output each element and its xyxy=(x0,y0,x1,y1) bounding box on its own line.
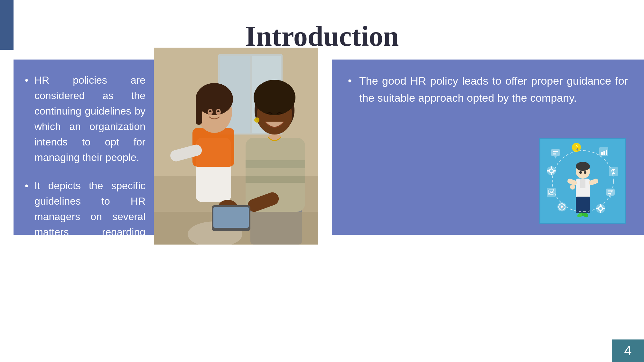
svg-rect-30 xyxy=(213,207,249,228)
svg-rect-73 xyxy=(551,149,560,156)
hrm-illustration: 💡 xyxy=(539,138,626,224)
svg-point-14 xyxy=(209,110,211,112)
svg-rect-61 xyxy=(583,212,583,216)
slide: Introduction HR policies are considered … xyxy=(0,0,644,362)
svg-rect-55 xyxy=(600,204,601,206)
svg-rect-69 xyxy=(551,166,552,169)
svg-rect-70 xyxy=(551,173,552,175)
svg-point-25 xyxy=(254,117,259,123)
svg-rect-72 xyxy=(554,170,556,172)
svg-rect-48 xyxy=(606,150,607,155)
svg-text:💡: 💡 xyxy=(574,144,581,151)
svg-rect-47 xyxy=(603,151,605,155)
svg-point-39 xyxy=(579,171,582,174)
svg-rect-20 xyxy=(246,176,305,183)
svg-point-40 xyxy=(584,171,586,174)
svg-rect-56 xyxy=(600,211,601,213)
right-bullet-1: The good HR policy leads to offer proper… xyxy=(348,72,628,106)
svg-point-33 xyxy=(576,162,590,171)
svg-rect-50 xyxy=(606,189,615,196)
slide-title: Introduction xyxy=(0,20,644,52)
svg-rect-19 xyxy=(246,160,305,168)
svg-rect-66 xyxy=(549,194,553,195)
left-content-box: HR policies are considered as the contin… xyxy=(14,60,157,235)
svg-rect-46 xyxy=(601,152,603,155)
svg-rect-75 xyxy=(553,153,556,154)
svg-point-24 xyxy=(254,80,295,115)
svg-point-15 xyxy=(217,110,219,112)
svg-point-41 xyxy=(570,184,575,190)
svg-rect-58 xyxy=(603,208,605,209)
people-photo-svg xyxy=(154,48,318,245)
svg-rect-74 xyxy=(553,151,558,152)
svg-rect-49 xyxy=(609,167,618,176)
hrm-svg: 💡 xyxy=(544,143,621,220)
page-number-box: 4 xyxy=(612,339,644,362)
page-number: 4 xyxy=(624,343,631,358)
svg-rect-11 xyxy=(196,99,202,125)
svg-rect-57 xyxy=(596,208,598,209)
svg-rect-52 xyxy=(608,193,611,194)
center-photo xyxy=(154,48,318,245)
svg-rect-35 xyxy=(580,179,585,188)
left-bullet-1: HR policies are considered as the contin… xyxy=(25,72,145,165)
right-content-box: The good HR policy leads to offer proper… xyxy=(332,60,644,235)
left-bullet-2: It depicts the specific guidelines to HR… xyxy=(25,178,145,362)
svg-rect-51 xyxy=(608,190,613,191)
svg-rect-36 xyxy=(576,197,590,213)
svg-rect-71 xyxy=(547,170,549,172)
